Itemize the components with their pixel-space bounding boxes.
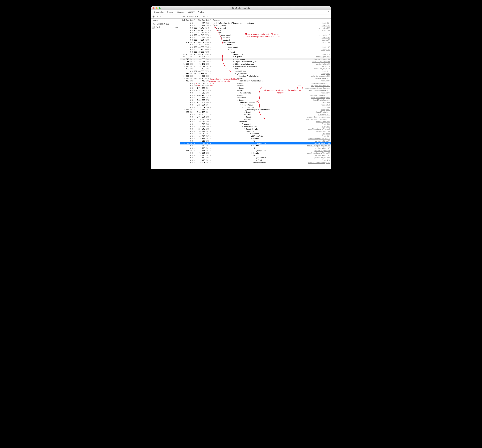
clear-icon[interactable]: ⊘ xyxy=(156,15,158,18)
table-row[interactable]: 99 0560.04 %296 7840.12 %▶j$.getEnvjasmi… xyxy=(180,56,331,58)
table-row[interactable]: 00 %32 8240.01 %▼describeboardChartsSpec… xyxy=(180,152,331,154)
table-row[interactable]: 00 %9 273 3043.64 %▼requireModuleindex.j… xyxy=(180,104,331,106)
table-row[interactable]: 980 2560.38 %980 2560.38 %_transformAndB… xyxy=(180,75,331,77)
table-row[interactable]: 00 %189 9120.07 %▼describejasmine_light.… xyxy=(180,130,331,132)
tab-profiler[interactable]: Profiler xyxy=(196,10,205,14)
close-toolbar-icon[interactable]: ✕ xyxy=(206,15,208,18)
table-row[interactable]: 16 4160.01 %16 4160.01 %_createRequireIm… xyxy=(180,108,331,111)
table-row[interactable]: 00 %7 740 7283.04 %▶Object.schemaLookupS… xyxy=(180,87,331,89)
table-row[interactable]: 00 %240 2480.09 %▼addSpecsToSuiteEnv.js:… xyxy=(180,125,331,128)
table-row[interactable]: 33 0880.01 %98 9760.04 %▶Object..exports… xyxy=(180,60,331,63)
more-icon[interactable]: ⋮ xyxy=(327,11,329,13)
table-row[interactable]: 32 8320.01 %162 455 36863.72 %▼_execModu… xyxy=(180,72,331,75)
table-row[interactable]: 00 %17 5760.01 %▶transformscript_transfo… xyxy=(180,96,331,99)
table-row[interactable]: 00 %200 528 52078.65 %▼Promise xyxy=(180,43,331,46)
table-row[interactable]: 17 7760.01 %17 7760.01 %(anonymous)jasmi… xyxy=(180,149,331,152)
profile-icon xyxy=(152,26,155,29)
eye-icon[interactable]: ◉ xyxy=(203,15,205,18)
window-title: DevTools - Node.js xyxy=(151,7,331,9)
table-row[interactable]: 16 4160.01 %28 720 52811.26 %▶Object.boa… xyxy=(180,77,331,80)
table-row[interactable]: 00 %114 9440.05 %▶teardownindex.js:93 xyxy=(180,36,331,39)
table-row[interactable]: 16 5120.01 %16 5120.01 %(anonymous)jasmi… xyxy=(180,142,331,144)
sidebar-section: SAMPLING PROFILES xyxy=(151,23,180,25)
sidebar-heading: Profiles xyxy=(151,19,180,23)
table-row[interactable]: 00 %5 057 9841.98 %▶Object.alignmentToIn… xyxy=(180,116,331,118)
col-function[interactable]: Function xyxy=(212,19,331,22)
tab-sources[interactable]: Sources xyxy=(176,10,186,14)
table-row[interactable]: 00 %240 2480.09 %▼Object..describeboardC… xyxy=(180,128,331,130)
table-row[interactable]: 00 %200 661 24878.70 %▼steprun_test.js:2… xyxy=(180,29,331,32)
profile-item[interactable]: Profile 1 Save xyxy=(151,25,180,29)
table-row[interactable]: 00 %162 455 36863.72 %▼requireModuleinde… xyxy=(180,70,331,72)
table-row[interactable]: 17 7840.01 %200 546 30478.66 %▼(anonymou… xyxy=(180,41,331,43)
trash-icon[interactable]: 🗑 xyxy=(159,15,161,18)
refresh-icon[interactable]: ↻ xyxy=(210,15,211,18)
tab-console[interactable]: Console xyxy=(165,10,176,14)
grid-body: 00 %49 4720.02 %▶_buildPromise._buildFil… xyxy=(180,22,331,164)
table-row[interactable]: 00 %65 6160.03 %▶getModulePathsindex.js:… xyxy=(180,92,331,94)
table-row[interactable]: 00 %200 661 24878.70 %▼(anonymous)run_te… xyxy=(180,27,331,29)
table-row[interactable]: 00 %200 528 52078.65 %▼stepindex.js:168 xyxy=(180,48,331,51)
table-row[interactable]: 34 2400.01 %50 6560.02 %▶(anonymous)jasm… xyxy=(180,58,331,60)
table-row[interactable]: 16 4000.01 %3 153 1761.24 %▶Object.board… xyxy=(180,111,331,113)
table-row[interactable]: 00 %240 2480.09 %▼describejasmine_light.… xyxy=(180,120,331,123)
table-row[interactable]: 00 %16 4080.01 %▼createElementReactEleme… xyxy=(180,161,331,164)
table-row[interactable]: 00 %16 4160.01 %▶Env.itEnv.js:424 xyxy=(180,159,331,161)
table-row[interactable]: 00 %1 865 4160.73 %▶Object.dateFilterHel… xyxy=(180,94,331,96)
table-row[interactable]: 00 %49 4720.02 %▶_buildPromise._buildFil… xyxy=(180,22,331,24)
table-row[interactable]: 00 %189 9120.07 %▼Env.describeEnv.js:300 xyxy=(180,132,331,135)
table-row[interactable]: 00 %17 7760.01 %▼describeboardChartsSpec… xyxy=(180,144,331,147)
table-row[interactable]: 00 %16 4160.01 %▼itjasmine_light.js:107 xyxy=(180,154,331,157)
toolbar: ⊘ 🗑 Tree (Top Down) ▾ ◉ ✕ ↻ xyxy=(151,15,331,19)
table-row[interactable]: 00 %9 513 5523.73 %▼Object.boardChartsSp… xyxy=(180,99,331,101)
table-row[interactable]: 00 %200 546 30478.66 %▼jasmine2index.js:… xyxy=(180,39,331,41)
profile-grid[interactable]: Self Size (bytes) Total Size (bytes) Fun… xyxy=(180,19,331,169)
tab-bar: Connection Console Sources Memory Profil… xyxy=(151,10,331,15)
table-row[interactable]: 00 %17 7760.01 %▼itjasmine_light.js:107 xyxy=(180,147,331,149)
table-row[interactable]: 00 %9 273 3043.64 %▼requireModuleOrMocki… xyxy=(180,101,331,104)
table-row[interactable]: 16 4000.01 %16 4000.01 %installjasmine_a… xyxy=(180,67,331,70)
grid-header: Self Size (bytes) Total Size (bytes) Fun… xyxy=(180,19,331,22)
devtools-window: DevTools - Node.js Connection Console So… xyxy=(151,6,331,169)
table-row[interactable]: 00 %74 102 47229.06 %▶Object.setupTestFr… xyxy=(180,84,331,87)
table-row[interactable]: 00 %18 741 5287.35 %▶Object.chartsInputM… xyxy=(180,89,331,92)
table-row[interactable]: 00 %16 5120.01 %▼describeboardChartsSpec… xyxy=(180,137,331,140)
table-row[interactable]: 00 %200 661 24878.70 %▼next xyxy=(180,32,331,34)
sidebar: Profiles SAMPLING PROFILES Profile 1 Sav… xyxy=(151,19,180,169)
table-row[interactable]: 16 4160.01 %32 8240.01 %▶exports.default… xyxy=(180,65,331,67)
record-icon[interactable] xyxy=(153,16,155,17)
title-bar: DevTools - Node.js xyxy=(151,6,331,10)
table-row[interactable]: 32 8320.01 %82 1760.03 %▶Object..exports… xyxy=(180,63,331,65)
tab-connection[interactable]: Connection xyxy=(153,10,165,14)
col-total-size[interactable]: Total Size (bytes) xyxy=(196,19,212,22)
table-row[interactable]: 16 4160.01 %16 4160.01 %_createRequireIm… xyxy=(180,80,331,82)
table-row[interactable]: 00 %200 661 24878.70 %▼(anonymous)run_te… xyxy=(180,34,331,36)
content: Profiles SAMPLING PROFILES Profile 1 Sav… xyxy=(151,19,331,169)
table-row[interactable]: 00 %98 9280.04 %▶Object.fieldAlignmentB…… xyxy=(180,118,331,120)
table-row[interactable]: 00 %16 5120.01 %▼itjasmine_light.js:107 xyxy=(180,140,331,142)
profile-name: Profile 1 xyxy=(155,26,163,28)
table-row[interactable]: 00 %946 8000.37 %▶Object.specHelper.js:1 xyxy=(180,113,331,116)
table-row[interactable]: 00 %200 528 52078.65 %▼(anonymous)index.… xyxy=(180,46,331,48)
table-row[interactable]: 00 %200 528 52078.65 %▼next xyxy=(180,51,331,53)
table-row[interactable]: 00 %9 273 3043.64 %▼_execModuleindex.js:… xyxy=(180,106,331,108)
save-link[interactable]: Save xyxy=(175,26,179,28)
table-row[interactable]: 00 %89 3520.04 %▶(anonymous)index.js:32 xyxy=(180,24,331,27)
tab-memory[interactable]: Memory xyxy=(186,10,196,14)
table-row[interactable]: 85 4000.03 %200 528 52078.65 %▼(anonymou… xyxy=(180,53,331,56)
table-row[interactable]: 00 %189 9120.07 %▼addSpecsToSuiteEnv.js:… xyxy=(180,135,331,137)
table-row[interactable]: 00 %16 4160.01 %▼(anonymous)jasmine_asyn… xyxy=(180,157,331,159)
col-self-size[interactable]: Self Size (bytes) xyxy=(180,19,196,22)
table-row[interactable]: 00 %5 879 5122.31 %▶Object.editChartPane… xyxy=(180,82,331,84)
view-dropdown[interactable]: Tree (Top Down) ▾ xyxy=(181,15,198,18)
table-row[interactable]: 00 %240 2480.09 %▼Env.describeEnv.js:300 xyxy=(180,123,331,125)
